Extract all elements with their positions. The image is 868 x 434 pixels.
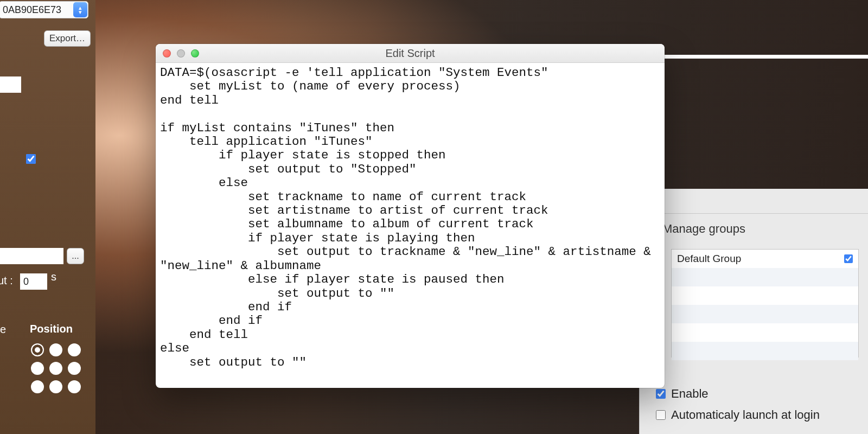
position-dot-top-right[interactable]	[68, 343, 81, 356]
group-row-empty	[672, 342, 858, 360]
group-row-empty	[672, 305, 858, 323]
launch-at-login-toggle[interactable]: Automaticaly launch at login	[656, 408, 820, 422]
label-fragment-e: e	[0, 323, 6, 336]
groups-panel-header-bar	[640, 189, 868, 214]
edit-script-window: Edit Script DATA=$(osascript -e 'tell ap…	[156, 44, 665, 388]
position-dot-top-left[interactable]	[31, 343, 44, 356]
id-dropdown-value: 0AB90E6E73	[3, 4, 61, 16]
position-grid	[31, 343, 83, 395]
stepper-icon[interactable]	[73, 2, 87, 17]
command-more-button[interactable]: ...	[67, 248, 84, 264]
window-title: Edit Script	[156, 47, 665, 60]
properties-panel: 0AB90E6E73 Export… ... ut : s e Position	[0, 0, 95, 434]
launch-at-login-checkbox[interactable]	[656, 410, 666, 420]
timeout-field[interactable]	[20, 273, 47, 290]
command-field[interactable]	[0, 248, 63, 264]
group-row-default[interactable]: Default Group	[672, 250, 858, 268]
groups-list[interactable]: Default Group	[671, 249, 859, 358]
position-dot-bottom-right[interactable]	[68, 380, 81, 393]
position-dot-mid-left[interactable]	[31, 362, 44, 375]
position-dot-top-center[interactable]	[49, 343, 62, 356]
group-row-empty	[672, 268, 858, 286]
option-checkbox[interactable]	[26, 154, 36, 164]
position-dot-center[interactable]	[49, 362, 62, 375]
group-row-checkbox[interactable]	[844, 254, 853, 263]
numeric-field-65[interactable]	[0, 76, 21, 93]
group-row-label: Default Group	[677, 253, 741, 265]
seconds-label: s	[51, 271, 56, 283]
enable-toggle[interactable]: Enable	[656, 387, 709, 401]
enable-checkbox[interactable]	[656, 389, 666, 399]
script-textarea[interactable]: DATA=$(osascript -e 'tell application "S…	[156, 63, 665, 374]
timeout-label-fragment: ut :	[0, 275, 13, 287]
group-row-empty	[672, 286, 858, 305]
manage-groups-title: Manage groups	[662, 222, 745, 236]
position-dot-bottom-left[interactable]	[31, 380, 44, 393]
position-label: Position	[30, 323, 73, 335]
position-dot-bottom-center[interactable]	[49, 380, 62, 393]
position-dot-mid-right[interactable]	[68, 362, 81, 375]
group-row-empty	[672, 323, 858, 342]
enable-label: Enable	[671, 387, 709, 401]
window-titlebar[interactable]: Edit Script	[156, 44, 665, 63]
export-button[interactable]: Export…	[44, 30, 91, 47]
launch-at-login-label: Automaticaly launch at login	[671, 408, 820, 422]
id-dropdown[interactable]: 0AB90E6E73	[0, 1, 88, 18]
groups-panel: Manage groups Default Group Enable Autom…	[639, 192, 868, 434]
